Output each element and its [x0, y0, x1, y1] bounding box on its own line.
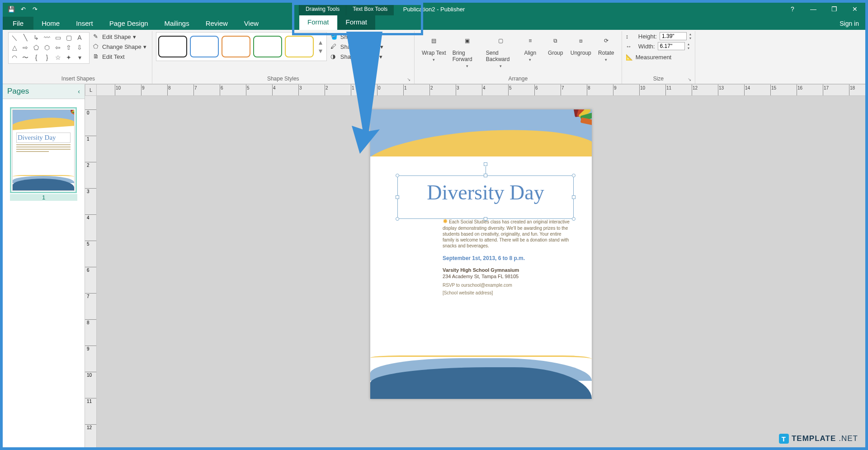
style-preset-1[interactable] — [158, 36, 187, 57]
flyer-body[interactable]: ✸Each Social Studies class has created a… — [443, 217, 574, 296]
shape-line-icon[interactable]: ＼ — [9, 33, 19, 43]
contextual-tab-captions: Drawing Tools Text Box Tools — [299, 3, 394, 15]
shape-darrow-icon[interactable]: ⇩ — [75, 43, 85, 52]
shape-brace-icon[interactable]: { — [31, 53, 41, 62]
wrap-text-button[interactable]: ▤Wrap Text▾ — [418, 32, 450, 69]
restore-button[interactable]: ❐ — [824, 3, 844, 15]
height-input[interactable] — [660, 32, 687, 40]
tab-mailings[interactable]: Mailings — [156, 17, 198, 30]
spinner-up-icon[interactable]: ▴ — [688, 42, 689, 46]
badge-suffix: .NET — [839, 434, 858, 443]
shape-textbox-icon[interactable]: A — [75, 33, 85, 43]
tab-format-drawing[interactable]: Format — [299, 15, 337, 30]
style-preset-4[interactable] — [253, 36, 282, 57]
shape-connector-icon[interactable]: ↳ — [31, 33, 41, 43]
tab-format-textbox[interactable]: Format — [337, 15, 376, 30]
shape-callout-icon[interactable]: ✦ — [64, 53, 74, 62]
shape-larrow-icon[interactable]: ⇦ — [53, 43, 63, 52]
redo-icon[interactable]: ↷ — [30, 4, 40, 14]
ruler-corner[interactable]: L — [85, 84, 97, 96]
chevron-down-icon: ▾ — [133, 33, 136, 40]
height-icon: ↕ — [626, 33, 636, 40]
tab-file[interactable]: File — [3, 17, 33, 30]
shape-triangle-icon[interactable]: △ — [9, 43, 19, 52]
save-icon[interactable]: 💾 — [6, 4, 16, 14]
close-button[interactable]: ✕ — [844, 3, 865, 15]
resize-handle-ne[interactable] — [572, 174, 576, 177]
shape-rect-icon[interactable]: ▭ — [53, 33, 63, 43]
shape-line2-icon[interactable]: ╲ — [20, 33, 30, 43]
edit-shape-icon: ✎ — [93, 33, 100, 40]
shape-curve-icon[interactable]: 〰 — [42, 33, 52, 43]
quick-access-toolbar: 💾 ↶ ↷ — [3, 4, 40, 14]
group-label: Size↘ — [626, 76, 691, 83]
spinner-down-icon[interactable]: ▾ — [689, 36, 691, 40]
group-label: Insert Shapes — [8, 76, 148, 83]
rotate-button[interactable]: ⟳Rotate▾ — [594, 32, 618, 69]
flyer-date: September 1st, 2013, 6 to 8 p.m. — [443, 255, 574, 262]
flyer-title[interactable]: Diversity Day — [398, 176, 573, 209]
horizontal-ruler[interactable]: 1098765432101234567891011121314151617181… — [97, 84, 865, 96]
edit-shape-button[interactable]: ✎Edit Shape ▾ — [91, 32, 148, 41]
change-shape-button[interactable]: ⬠Change Shape ▾ — [91, 42, 148, 51]
chevron-down-icon: ▾ — [529, 57, 531, 62]
resize-handle-sw[interactable] — [396, 217, 399, 221]
rotate-handle[interactable] — [484, 162, 487, 166]
bring-forward-button[interactable]: ▣Bring Forward▾ — [452, 32, 483, 69]
vertical-ruler[interactable]: 0123456789101112 — [85, 96, 97, 447]
undo-icon[interactable]: ↶ — [18, 4, 28, 14]
ungroup-button[interactable]: ⧈Ungroup — [569, 32, 593, 69]
shape-pentagon-icon[interactable]: ⬠ — [31, 43, 41, 52]
shape-style-gallery[interactable]: ▴▾ — [156, 32, 327, 61]
style-preset-2[interactable] — [190, 36, 219, 57]
group-button[interactable]: ⧉Group — [544, 32, 567, 69]
minimize-button[interactable]: — — [803, 3, 824, 15]
resize-handle-nw[interactable] — [396, 174, 399, 177]
shape-star-icon[interactable]: ☆ — [53, 53, 63, 62]
tab-insert[interactable]: Insert — [68, 17, 101, 30]
align-button[interactable]: ≡Align▾ — [519, 32, 542, 69]
shapes-gallery[interactable]: ＼ ╲ ↳ 〰 ▭ ▢ A △ ⇨ ⬠ ⬡ ⇦ ⇧ ⇩ ◠ 〜 { — [8, 32, 90, 64]
effects-icon: ◑ — [330, 53, 338, 60]
shape-arc-icon[interactable]: ◠ — [9, 53, 19, 62]
style-preset-5[interactable] — [285, 36, 314, 57]
selected-textbox[interactable]: Diversity Day — [397, 175, 574, 219]
shape-brace2-icon[interactable]: } — [42, 53, 52, 62]
drawing-tools-caption: Drawing Tools — [299, 3, 346, 15]
spinner-up-icon[interactable]: ▴ — [689, 32, 691, 36]
style-preset-3[interactable] — [222, 36, 250, 57]
shape-uarrow-icon[interactable]: ⇧ — [64, 43, 74, 52]
tab-page-design[interactable]: Page Design — [101, 17, 156, 30]
shape-roundrect-icon[interactable]: ▢ — [64, 33, 74, 43]
shape-rarrow-icon[interactable]: ⇨ — [20, 43, 30, 52]
dialog-launcher-icon[interactable]: ↘ — [407, 77, 410, 82]
document-page[interactable]: Diversity Day ✸Each Social Studies class… — [370, 109, 592, 399]
dialog-launcher-icon[interactable]: ↘ — [688, 77, 691, 82]
measurement-button[interactable]: 📐Measurement — [626, 52, 691, 61]
tab-review[interactable]: Review — [198, 17, 236, 30]
shape-hexagon-icon[interactable]: ⬡ — [42, 43, 52, 52]
flyer-location: Varsity High School Gymnasium — [443, 267, 574, 273]
spinner-down-icon[interactable]: ▾ — [688, 46, 689, 50]
chevron-down-icon: ▾ — [433, 57, 435, 62]
resize-handle-e[interactable] — [572, 195, 576, 199]
shape-more-icon[interactable]: ▾ — [75, 53, 85, 62]
page-thumbnail[interactable]: Diversity Day — [10, 107, 77, 193]
style-gallery-more[interactable]: ▴▾ — [316, 36, 325, 57]
tab-home[interactable]: Home — [33, 17, 68, 30]
send-backward-button[interactable]: ▢Send Backward▾ — [485, 32, 517, 69]
group-size: ↕ Height: ▴▾ ↔ Width: ▴▾ 📐Measurement Si… — [622, 31, 695, 84]
collapse-pane-icon[interactable]: ‹ — [78, 88, 80, 95]
resize-handle-n[interactable] — [484, 174, 487, 177]
tab-view[interactable]: View — [236, 17, 267, 30]
edit-text-button[interactable]: 🗎Edit Text — [91, 52, 148, 61]
flyer-address: 234 Academy St, Tampa FL 98105 — [443, 273, 574, 279]
shape-wave-icon[interactable]: 〜 — [20, 53, 30, 62]
resize-handle-w[interactable] — [396, 195, 399, 199]
wrap-text-icon: ▤ — [426, 33, 442, 48]
sign-in-link[interactable]: Sign in — [833, 17, 865, 30]
width-input[interactable] — [658, 42, 685, 50]
canvas[interactable]: Diversity Day ✸Each Social Studies class… — [97, 96, 865, 447]
help-button[interactable]: ? — [782, 3, 803, 15]
footer-waves — [370, 345, 592, 399]
